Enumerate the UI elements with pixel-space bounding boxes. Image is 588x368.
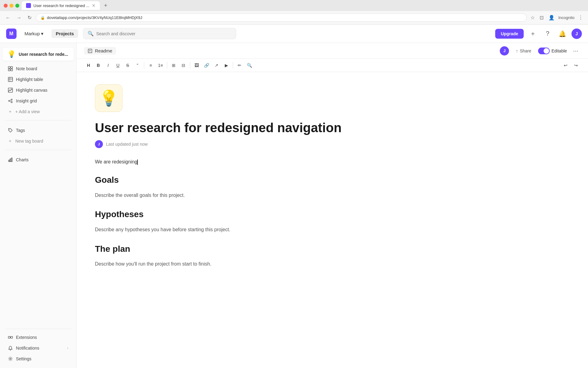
incognito-label: Incognito [558, 15, 575, 20]
search-bar[interactable]: 🔍 [83, 28, 236, 39]
top-nav: M Markup ▾ Projects 🔍 Upgrade ＋ ? 🔔 J [0, 25, 588, 43]
editor-content[interactable]: 💡 User research for redesigned navigatio… [77, 72, 588, 368]
more-options-button[interactable]: ··· [571, 46, 581, 56]
tags-icon [8, 128, 13, 133]
hypotheses-heading: Hypotheses [95, 208, 340, 221]
upgrade-button[interactable]: Upgrade [495, 29, 524, 39]
toggle-knob [544, 48, 549, 54]
reload-button[interactable]: ↻ [26, 13, 33, 22]
project-icon-box: 💡 [95, 84, 123, 112]
profile-button[interactable]: 👤 [547, 13, 556, 22]
new-tag-board-label: New tag board [15, 139, 43, 144]
sidebar-item-highlight-table[interactable]: Highlight table [2, 74, 74, 85]
editable-toggle[interactable]: Editable [538, 48, 567, 54]
search-icon: 🔍 [88, 31, 94, 36]
menu-button[interactable]: ⋮ [577, 13, 584, 22]
toolbar-draw-btn[interactable]: ✏ [235, 61, 244, 69]
toolbar-columns-btn[interactable]: ⊟ [179, 61, 188, 69]
notifications-button[interactable]: 🔔 [557, 28, 568, 39]
toolbar-bullet-list-btn[interactable]: ≡ [146, 61, 155, 69]
toolbar-video-btn[interactable]: ▶ [222, 61, 231, 69]
sidebar-item-highlight-canvas[interactable]: Highlight canvas [2, 85, 74, 95]
toolbar-italic-btn[interactable]: I [104, 61, 113, 69]
toolbar-undo-btn[interactable]: ↩ [561, 61, 570, 69]
note-board-label: Note board [16, 66, 37, 71]
app-logo[interactable]: M [6, 29, 17, 39]
share-button[interactable]: ↑ Share [513, 47, 534, 55]
forward-button[interactable]: → [15, 14, 23, 22]
sidebar-item-note-board[interactable]: Note board [2, 63, 74, 74]
browser-toolbar: ← → ↻ 🔒 dovetailapp.com/projects/3KV4yNU… [0, 11, 588, 25]
sidebar-item-extensions[interactable]: Extensions [2, 332, 74, 343]
minimize-dot[interactable] [9, 4, 13, 8]
new-tab-button[interactable]: + [102, 2, 109, 10]
typing-text: We are redesigning [95, 159, 137, 164]
sidebar-item-settings[interactable]: Settings [2, 354, 74, 364]
svg-rect-0 [8, 67, 10, 68]
back-button[interactable]: ← [4, 14, 12, 22]
tab-title: User research for redesigned ... [33, 3, 89, 8]
tab-close-btn[interactable]: ✕ [92, 3, 96, 8]
plan-heading: The plan [95, 242, 340, 256]
project-item[interactable]: 💡 User research for rede... [2, 48, 74, 61]
toolbar-external-link-btn[interactable]: ↗ [212, 61, 221, 69]
sidebar-item-insight-grid[interactable]: Insight grid [2, 96, 74, 106]
sidebar-divider-3 [5, 329, 71, 329]
sidebar-item-notifications[interactable]: Notifications › [2, 343, 74, 353]
toolbar-redo-btn[interactable]: ↪ [571, 61, 581, 69]
last-updated-text: Last updated just now [106, 142, 148, 147]
insight-grid-icon [8, 98, 13, 103]
browser-tab[interactable]: User research for redesigned ... ✕ [22, 1, 100, 10]
toolbar-link-btn[interactable]: 🔗 [202, 61, 211, 69]
plan-section: The plan Describe how you'll run the pro… [95, 242, 340, 268]
share-label: Share [520, 48, 531, 53]
bookmark-button[interactable]: ☆ [529, 13, 536, 22]
editor-toolbar: H B I U S " ≡ 1≡ ⊞ ⊟ 🖼 🔗 ↗ ▶ ✏ 🔍 [77, 59, 588, 72]
toolbar-table-btn[interactable]: ⊞ [169, 61, 178, 69]
toolbar-image-btn[interactable]: 🖼 [192, 61, 201, 69]
notifications-chevron-icon: › [67, 346, 68, 350]
toolbar-right: ↩ ↪ [561, 61, 581, 69]
sidebar-divider-2 [5, 150, 71, 150]
markup-dropdown[interactable]: Markup ▾ [21, 29, 47, 38]
user-avatar[interactable]: J [571, 29, 582, 39]
cursor [137, 159, 138, 165]
help-button[interactable]: ? [542, 28, 553, 39]
highlight-table-icon [8, 77, 13, 82]
meta-avatar: J [95, 140, 103, 148]
address-bar[interactable]: 🔒 dovetailapp.com/projects/3KV4yNUq11E8l… [36, 13, 527, 22]
toolbar-heading-btn[interactable]: H [84, 61, 93, 69]
toggle-switch[interactable] [538, 48, 550, 54]
extensions-button[interactable]: ⊡ [538, 13, 545, 22]
insight-grid-label: Insight grid [16, 98, 37, 103]
document-title: User research for redesigned navigation [95, 121, 570, 135]
ssl-icon: 🔒 [40, 16, 45, 20]
nav-right-actions: Upgrade ＋ ? 🔔 J [495, 28, 582, 39]
search-input[interactable] [96, 31, 232, 36]
editable-label: Editable [552, 48, 567, 53]
hypotheses-section: Hypotheses Describe any hypotheses you h… [95, 208, 340, 233]
share-icon: ↑ [516, 48, 518, 53]
new-tag-board-button[interactable]: ＋ New tag board [2, 136, 74, 146]
projects-nav-button[interactable]: Projects [51, 29, 78, 38]
toolbar-strikethrough-btn[interactable]: S [123, 61, 132, 69]
toolbar-underline-btn[interactable]: U [113, 61, 123, 69]
tags-label: Tags [16, 128, 25, 133]
maximize-dot[interactable] [15, 4, 19, 8]
add-button[interactable]: ＋ [527, 28, 538, 39]
sidebar-item-charts[interactable]: Charts [2, 155, 74, 165]
extensions-label: Extensions [16, 335, 37, 340]
toolbar-numbered-list-btn[interactable]: 1≡ [156, 61, 165, 69]
sidebar-item-tags[interactable]: Tags [2, 125, 74, 136]
toolbar-divider-2 [167, 62, 167, 69]
add-view-button[interactable]: ＋ + Add a view [2, 106, 74, 117]
charts-label: Charts [16, 157, 28, 162]
browser-dots [4, 4, 19, 8]
close-dot[interactable] [4, 4, 8, 8]
svg-rect-21 [88, 49, 92, 53]
hypotheses-text: Describe any hypotheses you have before … [95, 226, 340, 234]
toolbar-quote-btn[interactable]: " [133, 61, 142, 69]
toolbar-search-btn[interactable]: 🔍 [245, 61, 254, 69]
readme-tab[interactable]: Readme [84, 47, 116, 55]
toolbar-bold-btn[interactable]: B [94, 61, 103, 69]
